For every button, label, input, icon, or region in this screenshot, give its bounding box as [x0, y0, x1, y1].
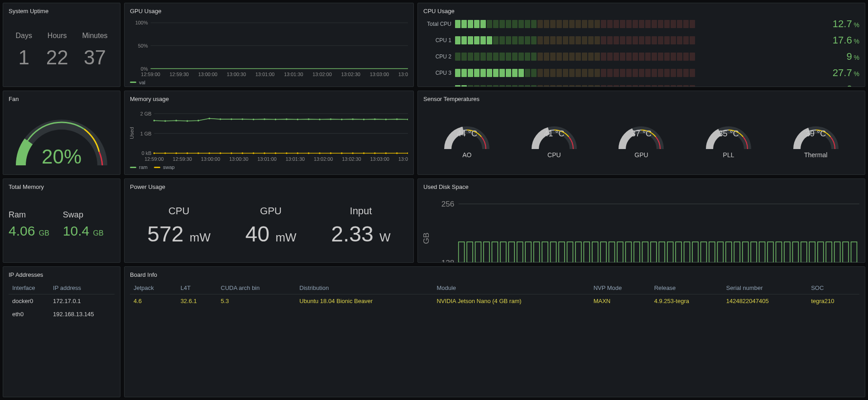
svg-point-37 — [308, 118, 310, 120]
column-header[interactable]: Jetpack — [130, 282, 177, 294]
sensor-value: 39 °C — [791, 129, 841, 139]
column-header[interactable]: NVP Mode — [590, 282, 651, 294]
sensor-value: 37 °C — [616, 129, 666, 139]
column-header[interactable]: SOC — [807, 282, 859, 294]
svg-rect-129 — [818, 242, 824, 262]
panel-title: Fan — [9, 96, 115, 102]
value: 2.33 — [331, 222, 373, 246]
svg-point-29 — [220, 118, 221, 120]
legend-swap[interactable]: swap — [154, 164, 175, 170]
cpu-value: 12.7 % — [823, 18, 859, 30]
svg-rect-125 — [784, 242, 790, 262]
fan-gauge: 20% — [9, 106, 115, 170]
unit: mW — [190, 231, 211, 244]
svg-text:0 kB: 0 kB — [142, 150, 152, 156]
memory-chart[interactable]: Used 2 GB 1 GB 0 kB 12:59:0012:59:3013:0… — [130, 106, 408, 163]
label: Input — [331, 205, 390, 217]
column-header[interactable]: Interface — [9, 282, 49, 294]
cell: tegra210 — [807, 294, 859, 308]
panel-title: GPU Usage — [130, 8, 408, 14]
table-row[interactable]: docker0172.17.0.1 — [9, 294, 115, 308]
svg-point-68 — [385, 152, 387, 154]
svg-rect-99 — [567, 242, 573, 262]
system-uptime-panel: System Uptime Days 1 Hours 22 Minutes 37 — [3, 3, 120, 87]
svg-point-63 — [330, 152, 332, 154]
panel-title: Memory usage — [130, 96, 408, 102]
label: Ram — [9, 210, 49, 220]
svg-text:128: 128 — [441, 258, 455, 263]
svg-point-48 — [164, 152, 166, 154]
disk-chart[interactable]: GB 256 128 12:59:0012:59:3013:00:0013:00… — [423, 194, 859, 263]
svg-point-36 — [297, 119, 299, 120]
column-header[interactable]: Serial number — [723, 282, 807, 294]
sensor-ao: 44 °CAO — [442, 117, 492, 159]
ip-table[interactable]: InterfaceIP address docker0172.17.0.1eth… — [9, 282, 115, 321]
svg-point-42 — [363, 119, 365, 120]
gpu-chart[interactable]: 100% 50% 0% 12:59:0012:59:3013:00:0013:0… — [130, 18, 408, 78]
svg-rect-131 — [834, 242, 840, 262]
svg-rect-120 — [743, 242, 748, 262]
value: 1 — [15, 46, 32, 69]
unit: W — [379, 231, 391, 244]
svg-text:13:01:30: 13:01:30 — [286, 156, 305, 162]
legend-val[interactable]: val — [130, 80, 145, 85]
cell: 1424822047405 — [723, 294, 807, 308]
svg-text:13:02:30: 13:02:30 — [342, 156, 361, 162]
svg-point-51 — [197, 152, 199, 154]
value: 10.4 — [63, 223, 89, 238]
ip-addresses-panel: IP Addresses InterfaceIP address docker0… — [3, 266, 120, 397]
svg-rect-123 — [767, 242, 773, 262]
svg-text:13:01:30: 13:01:30 — [284, 72, 303, 77]
svg-rect-110 — [659, 242, 665, 262]
power-gpu: GPU40 mW — [245, 205, 297, 246]
svg-rect-102 — [592, 242, 598, 262]
cpu-label: CPU 2 — [423, 53, 451, 60]
svg-rect-92 — [508, 242, 514, 262]
column-header[interactable]: IP address — [49, 282, 115, 294]
svg-rect-101 — [584, 242, 590, 262]
column-header[interactable]: Release — [651, 282, 723, 294]
svg-point-47 — [153, 152, 155, 154]
power-input: Input2.33 W — [331, 205, 390, 246]
svg-text:13:00:30: 13:00:30 — [227, 72, 246, 77]
cpu-cells — [455, 36, 820, 44]
svg-point-50 — [187, 152, 188, 154]
panel-title: Power Usage — [130, 183, 408, 190]
column-header[interactable]: Distribution — [296, 282, 433, 294]
legend-ram[interactable]: ram — [130, 164, 148, 170]
cpu-row-2: CPU 29 % — [423, 51, 859, 63]
svg-point-27 — [197, 120, 199, 121]
svg-point-41 — [352, 118, 354, 120]
uptime-days: Days 1 — [15, 32, 32, 69]
table-row[interactable]: eth0192.168.13.145 — [9, 308, 115, 321]
svg-point-69 — [396, 152, 398, 154]
column-header[interactable]: L4T — [177, 282, 217, 294]
cell: 5.3 — [217, 294, 296, 308]
gpu-usage-panel: GPU Usage 100% 50% 0% 12:59:0012:59:3013… — [124, 3, 414, 87]
board-table[interactable]: JetpackL4TCUDA arch binDistributionModul… — [130, 282, 859, 308]
svg-rect-103 — [600, 242, 606, 262]
sensor-cpu: 41 °CCPU — [529, 117, 579, 159]
cpu-value: 6 % — [823, 83, 859, 87]
svg-point-61 — [308, 152, 310, 154]
svg-text:1 GB: 1 GB — [140, 130, 152, 136]
sensor-name: GPU — [616, 151, 666, 159]
cpu-row-3: CPU 327.7 % — [423, 67, 859, 79]
svg-rect-128 — [809, 242, 815, 262]
svg-point-46 — [407, 119, 408, 120]
cpu-cells — [455, 69, 820, 77]
svg-rect-91 — [500, 242, 506, 262]
cpu-cells — [455, 85, 820, 87]
column-header[interactable]: Module — [433, 282, 590, 294]
column-header[interactable]: CUDA arch bin — [217, 282, 296, 294]
svg-point-49 — [175, 152, 177, 154]
svg-point-31 — [242, 118, 244, 120]
svg-rect-100 — [575, 242, 581, 262]
svg-point-34 — [275, 119, 277, 120]
svg-point-25 — [175, 120, 177, 121]
svg-point-66 — [363, 152, 365, 154]
used-disk-space-panel: Used Disk Space GB 256 128 12:59:0012:59… — [417, 178, 865, 263]
memory-usage-panel: Memory usage Used 2 GB 1 GB 0 kB 12:59:0… — [124, 91, 414, 175]
svg-rect-90 — [492, 242, 498, 262]
table-row[interactable]: 4.632.6.15.3Ubuntu 18.04 Bionic BeaverNV… — [130, 294, 859, 308]
